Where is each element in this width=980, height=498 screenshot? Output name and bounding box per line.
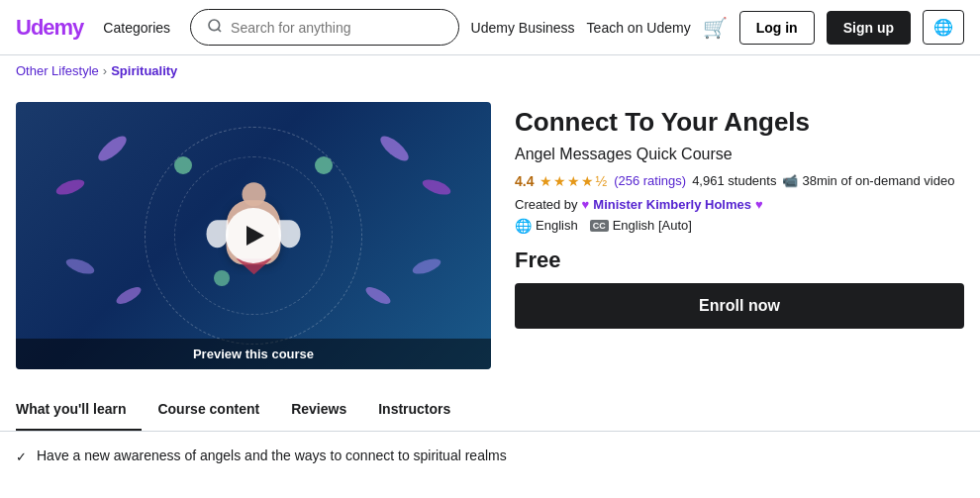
- video-icon: 📹: [782, 173, 798, 188]
- learn-item: ✓ Have a new awareness of angels and the…: [16, 448, 964, 464]
- learn-section: ✓ Have a new awareness of angels and the…: [0, 432, 980, 480]
- enroll-button[interactable]: Enroll now: [515, 283, 964, 329]
- breadcrumb-child-link[interactable]: Spirituality: [111, 63, 177, 78]
- tab-instructors[interactable]: Instructors: [362, 389, 466, 431]
- svg-point-0: [209, 20, 220, 31]
- heart-icon-right: ♥: [755, 197, 763, 212]
- language-text: English: [536, 218, 578, 233]
- course-video-preview[interactable]: Preview this course: [16, 102, 491, 369]
- rating-count: (256 ratings): [614, 173, 686, 188]
- header: Udemy Categories Udemy Business Teach on…: [0, 0, 980, 55]
- cc-icon: CC: [590, 220, 609, 232]
- learn-item-text: Have a new awareness of angels and the w…: [37, 448, 507, 463]
- search-input[interactable]: [231, 20, 442, 36]
- tab-reviews[interactable]: Reviews: [275, 389, 362, 431]
- rating-number: 4.4: [515, 173, 534, 189]
- language-item: 🌐 English: [515, 218, 578, 234]
- star-icons: ★★★★½: [539, 173, 608, 189]
- course-subtitle: Angel Messages Quick Course: [515, 146, 964, 163]
- teach-on-udemy-link[interactable]: Teach on Udemy: [587, 20, 691, 36]
- breadcrumb-parent-link[interactable]: Other Lifestyle: [16, 63, 99, 78]
- tab-course-content[interactable]: Course content: [142, 389, 275, 431]
- udemy-logo[interactable]: Udemy: [16, 15, 83, 41]
- tabs-section: What you'll learn Course content Reviews…: [0, 389, 980, 432]
- play-button[interactable]: [226, 208, 281, 263]
- breadcrumb-separator: ›: [103, 63, 107, 78]
- students-count: 4,961 students: [692, 173, 776, 188]
- heart-icon-left: ♥: [582, 197, 590, 212]
- language-row: 🌐 English CC English [Auto]: [515, 218, 964, 234]
- main-content: Preview this course Connect To Your Ange…: [0, 86, 980, 369]
- signup-button[interactable]: Sign up: [827, 11, 911, 45]
- udemy-business-link[interactable]: Udemy Business: [471, 20, 575, 36]
- svg-line-1: [218, 29, 221, 32]
- video-thumbnail: [16, 102, 491, 369]
- cart-icon[interactable]: 🛒: [703, 16, 728, 40]
- search-bar: [190, 9, 459, 46]
- checkmark-icon: ✓: [16, 449, 27, 464]
- tab-what-youll-learn[interactable]: What you'll learn: [16, 389, 142, 431]
- tabs-list: What you'll learn Course content Reviews…: [16, 389, 964, 431]
- created-by-row: Created by ♥ Minister Kimberly Holmes ♥: [515, 197, 964, 212]
- caption-text: English [Auto]: [613, 218, 692, 233]
- login-button[interactable]: Log in: [739, 11, 815, 45]
- rating-row: 4.4 ★★★★½ (256 ratings) 4,961 students 📹…: [515, 173, 964, 189]
- language-button[interactable]: 🌐: [923, 10, 964, 45]
- preview-label: Preview this course: [16, 339, 491, 369]
- course-title: Connect To Your Angels: [515, 106, 964, 140]
- breadcrumb: Other Lifestyle › Spirituality: [0, 55, 980, 86]
- video-duration: 38min of on-demand video: [802, 173, 954, 188]
- created-by-label: Created by: [515, 197, 578, 212]
- course-info: Connect To Your Angels Angel Messages Qu…: [515, 102, 964, 369]
- header-right: Udemy Business Teach on Udemy 🛒 Log in S…: [471, 10, 964, 45]
- globe-icon: 🌐: [515, 218, 532, 234]
- categories-button[interactable]: Categories: [95, 16, 178, 40]
- course-price: Free: [515, 248, 964, 273]
- video-info: 📹 38min of on-demand video: [782, 173, 954, 188]
- instructor-link[interactable]: Minister Kimberly Holmes: [593, 197, 751, 212]
- play-triangle-icon: [246, 226, 264, 246]
- search-icon: [207, 18, 223, 37]
- caption-item: CC English [Auto]: [590, 218, 692, 233]
